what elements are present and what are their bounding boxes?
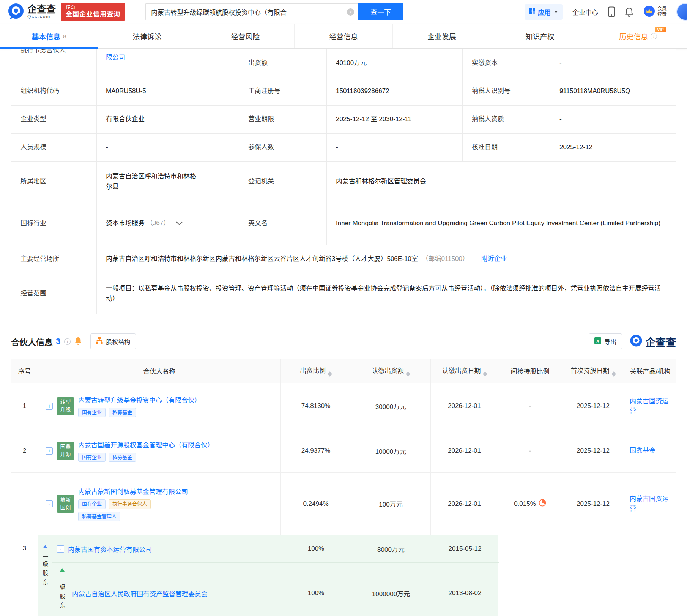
expand-button[interactable]: +	[46, 403, 53, 410]
notification-bell-icon[interactable]	[625, 7, 633, 17]
tab-history-info[interactable]: 历史信息 VIP	[589, 24, 687, 48]
field-label: 经营范围	[11, 273, 97, 314]
field-label: 组织机构代码	[11, 77, 97, 106]
tab-bar: 基本信息 8 法律诉讼 经营风险 经营信息 企业发展 知识产权 历史信息 VIP	[0, 24, 687, 49]
tab-legal-proceedings[interactable]: 法律诉讼	[98, 24, 197, 48]
nearby-companies-link[interactable]: 附近企业	[481, 255, 507, 262]
field-label: 执行事务合伙人	[20, 49, 66, 55]
first-date-cell: 2025-12-12	[562, 473, 624, 535]
promo-text: 全国企业信用查询	[66, 10, 120, 19]
related-product-link[interactable]: 内蒙古国资运营	[630, 495, 668, 512]
header-first-date[interactable]: 首次持股日期	[562, 359, 624, 383]
header-partner-name: 合伙人名称	[38, 359, 281, 383]
search-button[interactable]: 查一下	[358, 3, 403, 20]
qcc-brand-icon	[630, 334, 643, 349]
sort-icon[interactable]	[483, 371, 487, 377]
level-2-strip: 二级股东	[38, 535, 52, 616]
shareholder-name-link[interactable]: 内蒙古自治区人民政府国有资产监督管理委员会	[72, 589, 208, 598]
tag-private-fund: 私募基金	[109, 453, 136, 462]
partner-row: 3 - 蒙新 国创 内蒙古蒙新国创私募基金管理有限公司 国有企业	[11, 473, 676, 535]
export-button[interactable]: X 导出	[589, 333, 622, 349]
amount-cell: 10000万元	[351, 429, 431, 473]
search-bar: 查一下	[145, 3, 403, 20]
penetration-icon[interactable]	[539, 499, 546, 509]
field-value: 40100万元	[327, 49, 463, 77]
amount-cell: 30000万元	[351, 383, 431, 429]
amount-cell: 100万元	[351, 473, 431, 535]
tab-label: 企业发展	[427, 31, 456, 41]
header-amount[interactable]: 认缴出资额	[351, 359, 431, 383]
tab-count: 8	[63, 33, 66, 39]
info-row: 企业类型 有限合伙企业 营业期限 2025-12-12 至 2030-12-11…	[11, 106, 676, 134]
field-label: 人员规模	[11, 134, 97, 162]
qcc-logo-icon	[8, 3, 24, 21]
sub-shareholder-rows: 二级股东 - 内蒙古国有资本运营有限公司 100% 8000万元	[11, 535, 676, 616]
collapse-triangle-icon[interactable]	[60, 568, 65, 572]
field-label: 核准日期	[463, 134, 550, 162]
sort-icon[interactable]	[406, 371, 410, 377]
search-input[interactable]	[146, 4, 358, 20]
date-cell: 2013-08-02	[431, 589, 499, 597]
english-name-value: Inner Mongolia Transformation and Upgrad…	[327, 202, 676, 245]
partner-name-link[interactable]: 内蒙古转型升级基金投资中心（有限合伙）	[78, 395, 201, 404]
info-icon[interactable]	[64, 338, 71, 345]
equity-structure-button[interactable]: 股权结构	[90, 333, 136, 349]
partner-name-link[interactable]: 内蒙古国鑫开源股权基金管理中心（有限合伙）	[78, 440, 214, 449]
row-number: 1	[11, 383, 38, 429]
executive-partner-link[interactable]: 限公司	[106, 53, 125, 63]
field-label: 纳税人识别号	[463, 77, 550, 106]
mobile-app-icon[interactable]	[608, 6, 615, 17]
tab-basic-info[interactable]: 基本信息 8	[0, 24, 98, 48]
shareholder-name-link[interactable]: 内蒙古国有资本运营有限公司	[68, 544, 152, 554]
tab-enterprise-development[interactable]: 企业发展	[393, 24, 491, 48]
apps-menu[interactable]: 应用	[525, 4, 563, 20]
alert-bell-icon[interactable]	[74, 336, 82, 346]
excel-icon: X	[594, 337, 601, 346]
apps-grid-icon	[529, 8, 535, 16]
collapse-triangle-icon[interactable]	[43, 545, 47, 548]
field-label: 主要经营场所	[11, 245, 97, 273]
info-icon[interactable]	[651, 33, 657, 39]
tag-executive-partner: 执行事务合伙人	[109, 499, 151, 509]
field-label: 实缴资本	[463, 49, 550, 77]
tab-intellectual-property[interactable]: 知识产权	[491, 24, 589, 48]
partner-name-link[interactable]: 内蒙古蒙新国创私募基金管理有限公司	[78, 486, 188, 496]
avatar[interactable]	[676, 3, 687, 21]
partner-row: 2 + 国鑫 开源 内蒙古国鑫开源股权基金管理中心（有限合伙） 国有	[11, 429, 676, 473]
tab-label: 知识产权	[525, 31, 554, 41]
collapse-button[interactable]: -	[46, 500, 53, 507]
tab-label: 基本信息	[32, 31, 60, 41]
sort-icon[interactable]	[328, 371, 332, 377]
field-value: -	[550, 106, 676, 134]
header-date[interactable]: 认缴出资日期	[431, 359, 498, 383]
qcc-logo[interactable]: 企查查 Qcc.com	[8, 3, 56, 21]
tab-operating-risk[interactable]: 经营风险	[196, 24, 295, 48]
expand-button[interactable]: +	[46, 447, 53, 455]
vip-crown-icon	[643, 5, 655, 19]
section-title: 合伙人信息	[11, 335, 53, 347]
chevron-down-icon[interactable]	[176, 220, 183, 227]
collapse-button[interactable]: -	[57, 545, 64, 553]
tab-operating-info[interactable]: 经营信息	[295, 24, 393, 48]
svg-text:X: X	[596, 339, 599, 343]
related-product-link[interactable]: 国鑫基金	[630, 447, 655, 454]
ratio-cell: 74.8130%	[281, 383, 351, 429]
info-row: 经营范围 一般项目：以私募基金从事股权投资、投资管理、资产管理等活动（须在中国证…	[11, 273, 676, 314]
sort-icon[interactable]	[612, 371, 616, 377]
section-count: 3	[56, 336, 60, 346]
field-value: 内蒙古自治区呼和浩特市和林格尔县	[106, 172, 201, 192]
qcc-brand-mark: 企查查	[630, 334, 676, 349]
header-ratio[interactable]: 出资比例	[281, 359, 351, 383]
info-row: 所属地区 内蒙古自治区呼和浩特市和林格尔县 登记机关 内蒙古和林格尔新区管理委员…	[11, 162, 676, 202]
enterprise-center-link[interactable]: 企业中心	[572, 7, 598, 17]
tag-private-fund: 私募基金	[109, 408, 136, 417]
partner-badge: 转型 升级	[57, 397, 74, 415]
field-label: 所属地区	[11, 162, 97, 202]
industry-value: 资本市场服务	[106, 220, 145, 227]
vip-renew-button[interactable]: 会员 续费	[643, 5, 667, 19]
related-product-link[interactable]: 内蒙古国资运营	[630, 398, 668, 415]
clear-icon[interactable]	[347, 8, 354, 16]
level-2-label: 二级股东	[41, 552, 49, 588]
level-3-strip: 三级股东	[55, 563, 69, 616]
field-label: 企业类型	[11, 106, 97, 134]
